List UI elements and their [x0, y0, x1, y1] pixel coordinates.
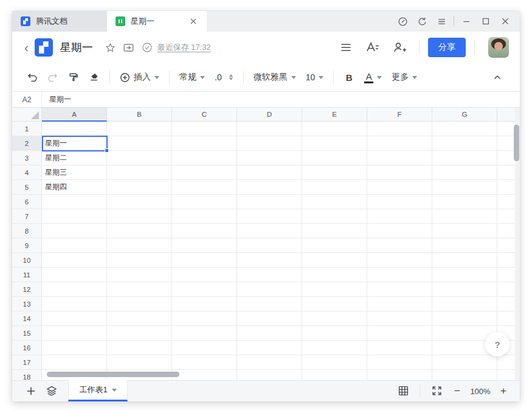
- cell-C2[interactable]: [172, 136, 237, 151]
- cell-B3[interactable]: [107, 151, 172, 165]
- cell-B16[interactable]: [107, 341, 172, 355]
- cell-F18[interactable]: [367, 370, 432, 380]
- row-header-18[interactable]: 18: [12, 370, 42, 380]
- cell-A14[interactable]: [42, 311, 107, 326]
- select-all-corner[interactable]: [12, 108, 42, 122]
- cell-E12[interactable]: [302, 282, 367, 297]
- cell-A12[interactable]: [42, 282, 107, 297]
- insert-button[interactable]: 插入: [115, 68, 164, 87]
- row-header-15[interactable]: 15: [12, 326, 42, 341]
- help-button[interactable]: ?: [485, 332, 510, 356]
- cell-C10[interactable]: [172, 253, 237, 268]
- close-window-icon[interactable]: [496, 11, 515, 32]
- cell-A10[interactable]: [42, 253, 107, 268]
- column-header-C[interactable]: C: [172, 108, 237, 122]
- cell-E16[interactable]: [302, 341, 367, 355]
- row-header-4[interactable]: 4: [12, 165, 42, 180]
- cell-D11[interactable]: [237, 268, 302, 282]
- cell-A11[interactable]: [42, 268, 107, 282]
- cell-G5[interactable]: [432, 180, 497, 195]
- cell-D1[interactable]: [237, 122, 302, 136]
- cell-A1[interactable]: [42, 122, 107, 136]
- vertical-scrollbar[interactable]: [514, 125, 519, 161]
- cell-F2[interactable]: [367, 136, 432, 151]
- cell-F16[interactable]: [367, 341, 432, 355]
- row-header-6[interactable]: 6: [12, 195, 42, 209]
- cell-F7[interactable]: [367, 209, 432, 224]
- cell-D16[interactable]: [237, 341, 302, 355]
- cell-E5[interactable]: [302, 180, 367, 195]
- cell-A7[interactable]: [42, 209, 107, 224]
- cell-F10[interactable]: [367, 253, 432, 268]
- cell-C14[interactable]: [172, 311, 237, 326]
- cell-E6[interactable]: [302, 195, 367, 209]
- cell-C11[interactable]: [172, 268, 237, 282]
- cell-D6[interactable]: [237, 195, 302, 209]
- cell-A15[interactable]: [42, 326, 107, 341]
- close-tab-icon[interactable]: [188, 16, 198, 26]
- document-title[interactable]: 星期一: [60, 40, 93, 55]
- cell-D8[interactable]: [237, 224, 302, 238]
- all-sheets-icon[interactable]: [41, 380, 62, 401]
- cell-A6[interactable]: [42, 195, 107, 209]
- cell-D7[interactable]: [237, 209, 302, 224]
- add-collaborator-icon[interactable]: [389, 38, 410, 57]
- cell-C5[interactable]: [172, 180, 237, 195]
- cell-F17[interactable]: [367, 355, 432, 370]
- cell-C4[interactable]: [172, 165, 237, 180]
- tab-tencent-docs[interactable]: 腾讯文档: [12, 11, 107, 32]
- cell-E7[interactable]: [302, 209, 367, 224]
- cell-G3[interactable]: [432, 151, 497, 165]
- horizontal-scrollbar[interactable]: [47, 372, 179, 377]
- cell-D15[interactable]: [237, 326, 302, 341]
- cell-B9[interactable]: [107, 238, 172, 253]
- cell-E11[interactable]: [302, 268, 367, 282]
- tencent-docs-logo[interactable]: [35, 38, 53, 57]
- cell-D2[interactable]: [237, 136, 302, 151]
- cell-B6[interactable]: [107, 195, 172, 209]
- cell-A8[interactable]: [42, 224, 107, 238]
- cell-F15[interactable]: [367, 326, 432, 341]
- cell-C1[interactable]: [172, 122, 237, 136]
- cell-B14[interactable]: [107, 311, 172, 326]
- cell-F3[interactable]: [367, 151, 432, 165]
- decimal-stepper[interactable]: .0: [210, 68, 238, 87]
- cell-G8[interactable]: [432, 224, 497, 238]
- cell-B15[interactable]: [107, 326, 172, 341]
- cell-G18[interactable]: [432, 370, 497, 380]
- cell-F8[interactable]: [367, 224, 432, 238]
- row-header-3[interactable]: 3: [12, 151, 42, 165]
- column-header-G[interactable]: G: [432, 108, 497, 122]
- more-button[interactable]: 更多: [387, 68, 422, 87]
- cell-E15[interactable]: [302, 326, 367, 341]
- cell-F11[interactable]: [367, 268, 432, 282]
- row-header-9[interactable]: 9: [12, 238, 42, 253]
- cell-D13[interactable]: [237, 297, 302, 311]
- fullscreen-icon[interactable]: [426, 385, 447, 397]
- text-style-icon[interactable]: [362, 38, 384, 57]
- cell-C7[interactable]: [172, 209, 237, 224]
- cell-D10[interactable]: [237, 253, 302, 268]
- cell-E4[interactable]: [302, 165, 367, 180]
- cell-F12[interactable]: [367, 282, 432, 297]
- cell-G10[interactable]: [432, 253, 497, 268]
- cell-B13[interactable]: [107, 297, 172, 311]
- number-format-dropdown[interactable]: 常规: [174, 68, 210, 87]
- row-header-2[interactable]: 2: [12, 136, 42, 151]
- cell-C18[interactable]: [172, 370, 237, 380]
- cell-B17[interactable]: [107, 355, 172, 370]
- cell-F4[interactable]: [367, 165, 432, 180]
- cell-E18[interactable]: [302, 370, 367, 380]
- cell-A9[interactable]: [42, 238, 107, 253]
- row-header-16[interactable]: 16: [12, 341, 42, 355]
- cell-B7[interactable]: [107, 209, 172, 224]
- cell-E14[interactable]: [302, 311, 367, 326]
- font-size-dropdown[interactable]: 10: [301, 68, 329, 87]
- fill-handle[interactable]: [105, 148, 109, 153]
- cell-A3[interactable]: 星期二: [42, 151, 107, 165]
- font-color-button[interactable]: A: [359, 68, 387, 87]
- cell-G17[interactable]: [432, 355, 497, 370]
- cell-E2[interactable]: [302, 136, 367, 151]
- row-header-5[interactable]: 5: [12, 180, 42, 195]
- menu-icon[interactable]: [432, 11, 451, 32]
